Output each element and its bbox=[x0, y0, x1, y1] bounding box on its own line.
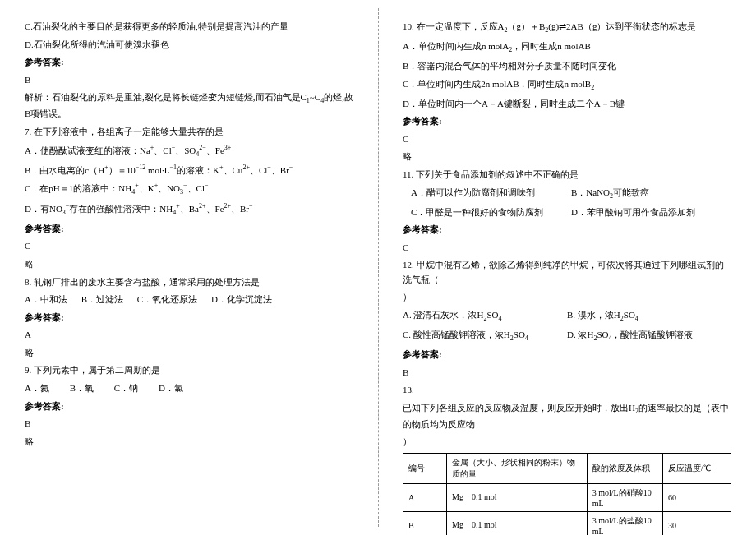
q9-options: A．氦 B．氧 C．钠 D．氯 bbox=[25, 381, 353, 396]
q7-a: A．使酚酞试液变红的溶液：Na+、Cl−、SO42−、Fe3+ bbox=[25, 143, 353, 160]
q10-d: D．单位时间内一个A－A键断裂，同时生成二个A－B键 bbox=[403, 97, 731, 112]
q12-row2: C. 酸性高锰酸钾溶液，浓H2SO4 D. 浓H2SO4，酸性高锰酸钾溶液 bbox=[403, 328, 731, 344]
table-row: BMg 0.1 mol3 mol/L的盐酸10 mL30 bbox=[403, 511, 731, 535]
q8-options: A．中和法 B．过滤法 C．氧化还原法 D．化学沉淀法 bbox=[25, 293, 353, 307]
table-header: 编号 金属（大小、形状相同的粉末）物质的量 酸的浓度及体积 反应温度/℃ bbox=[403, 453, 731, 483]
q13: 已知下列各组反应的反应物及温度，则反应开始时，放出H2的速率最快的是（表中的物质… bbox=[403, 401, 731, 432]
q10-b: B．容器内混合气体的平均相对分子质量不随时间变化 bbox=[403, 59, 731, 74]
answer-key-label: 参考答案: bbox=[403, 223, 731, 238]
table-row: AMg 0.1 mol3 mol/L的硝酸10 mL60 bbox=[403, 483, 731, 511]
q12-end: ） bbox=[403, 290, 731, 305]
answer-key-label: 参考答案: bbox=[25, 55, 353, 70]
answer-key-label: 参考答案: bbox=[25, 222, 353, 237]
answer-key-label: 参考答案: bbox=[25, 311, 353, 325]
answer-key-label: 参考答案: bbox=[403, 114, 731, 129]
answer-key-label: 参考答案: bbox=[25, 399, 353, 414]
explain-6: 解析：石油裂化的原料是重油,裂化是将长链烃变为短链烃,而石油气是C1~C4的烃,… bbox=[25, 90, 353, 122]
answer-key-label: 参考答案: bbox=[403, 348, 731, 362]
q11: 11. 下列关于食品添加剂的叙述中不正确的是 bbox=[403, 168, 731, 182]
q9: 9. 下列元素中，属于第二周期的是 bbox=[25, 363, 353, 378]
q10-a: A．单位时间内生成n molA2，同时生成n molAB bbox=[403, 39, 731, 56]
q11-row1: A．醋可以作为防腐剂和调味剂 B．NaNO2可能致癌 bbox=[403, 186, 731, 202]
option-d: D.石油裂化所得的汽油可使溴水褪色 bbox=[25, 38, 353, 53]
answer-12: B bbox=[403, 366, 731, 380]
option-c: C.石油裂化的主要目的是获得更多的轻质油,特别是提高汽油的产量 bbox=[25, 20, 353, 35]
q13-end: ） bbox=[403, 435, 731, 450]
answer-11: C bbox=[403, 241, 731, 256]
q7-b: B．由水电离的c（H+）＝10−12 mol·L−1的溶液：K+、Cu2+、Cl… bbox=[25, 163, 353, 178]
answer-7: C bbox=[25, 239, 353, 254]
q13-num: 13. bbox=[403, 383, 731, 398]
left-column: C.石油裂化的主要目的是获得更多的轻质油,特别是提高汽油的产量 D.石油裂化所得… bbox=[0, 0, 378, 535]
answer-7-note: 略 bbox=[25, 257, 353, 272]
answer-10-note: 略 bbox=[403, 150, 731, 164]
answer-8-note: 略 bbox=[25, 346, 353, 361]
answer-9: B bbox=[25, 417, 353, 431]
q13-table: 编号 金属（大小、形状相同的粉末）物质的量 酸的浓度及体积 反应温度/℃ AMg… bbox=[403, 453, 731, 535]
q7: 7. 在下列溶液中，各组离子一定能够大量共存的是 bbox=[25, 125, 353, 140]
q10: 10. 在一定温度下，反应A2（g）＋B2(g)⇌2AB（g）达到平衡状态的标志… bbox=[403, 20, 731, 36]
page: C.石油裂化的主要目的是获得更多的轻质油,特别是提高汽油的产量 D.石油裂化所得… bbox=[0, 0, 756, 535]
answer-10: C bbox=[403, 132, 731, 147]
answer-8: A bbox=[25, 328, 353, 343]
q10-c: C．单位时间内生成2n molAB，同时生成n molB2 bbox=[403, 77, 731, 94]
answer-6: B bbox=[25, 73, 353, 88]
q12-row1: A. 澄清石灰水，浓H2SO4 B. 溴水，浓H2SO4 bbox=[403, 308, 731, 325]
q7-c: C．在pH＝1的溶液中：NH4+、K+、NO3−、Cl− bbox=[25, 181, 353, 198]
q11-row2: C．甲醛是一种很好的食物防腐剂 D．苯甲酸钠可用作食品添加剂 bbox=[403, 205, 731, 220]
q7-d: D．有NO3−存在的强酸性溶液中：NH4+、Ba2+、Fe2+、Br− bbox=[25, 201, 353, 219]
right-column: 10. 在一定温度下，反应A2（g）＋B2(g)⇌2AB（g）达到平衡状态的标志… bbox=[378, 0, 756, 535]
q8: 8. 轧钢厂排出的废水主要含有盐酸，通常采用的处理方法是 bbox=[25, 275, 353, 290]
answer-9-note: 略 bbox=[25, 435, 353, 450]
q12: 12. 甲烷中混有乙烯，欲除乙烯得到纯净的甲烷，可依次将其通过下列哪组试剂的洗气… bbox=[403, 258, 731, 287]
